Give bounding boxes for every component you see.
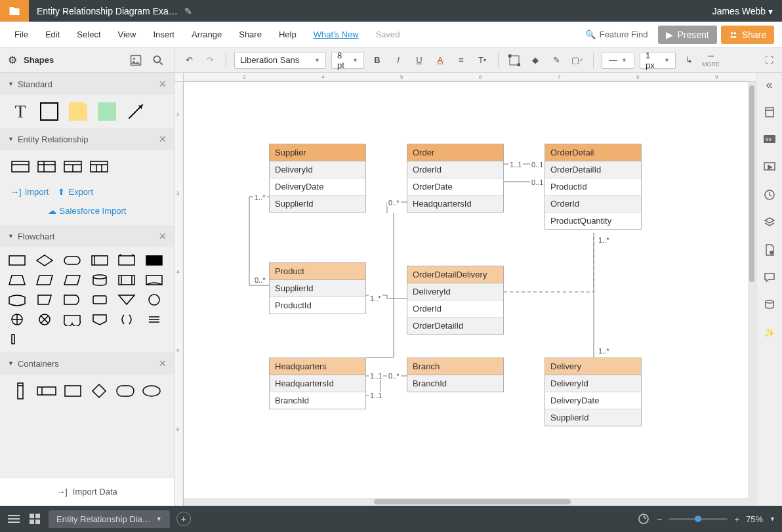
shape-er-3[interactable] (63, 157, 83, 176)
flowchart-shape-20[interactable] (63, 313, 81, 326)
shape-fill[interactable] (97, 102, 117, 121)
chat-icon[interactable] (762, 270, 777, 285)
menu-help[interactable]: Help (272, 26, 303, 43)
panel-er-header[interactable]: ▼Entity Relationship× (0, 128, 174, 150)
shape-text[interactable]: T (10, 102, 30, 121)
entity-field[interactable]: DeliveryId (407, 283, 503, 300)
entity-supplier[interactable]: SupplierDeliveryIdDeliveryDateSupplierId (269, 144, 366, 213)
entity-header[interactable]: Delivery (545, 358, 641, 375)
entity-field[interactable]: OrderDetailId (545, 161, 641, 178)
flowchart-shape-14[interactable] (63, 293, 81, 306)
vertical-scrollbar[interactable] (748, 82, 756, 498)
entity-field[interactable]: BranchId (270, 392, 365, 409)
entity-field[interactable]: OrderId (545, 195, 641, 213)
menu-insert[interactable]: Insert (146, 26, 181, 43)
close-icon[interactable]: × (159, 230, 166, 243)
salesforce-import-link[interactable]: ☁ Salesforce Import (10, 206, 163, 216)
zoom-level[interactable]: 75% (746, 514, 763, 524)
rename-icon[interactable]: ✎ (184, 6, 192, 16)
shape-container-1[interactable] (10, 381, 30, 401)
entity-header[interactable]: OrderDetail (545, 144, 641, 161)
document-title[interactable]: Entity Relationship Diagram Exa… (37, 6, 178, 16)
shape-container-2[interactable] (37, 381, 56, 401)
entity-field[interactable]: OrderId (407, 161, 503, 178)
grid-view-icon[interactable] (28, 512, 42, 526)
layers-icon[interactable] (762, 215, 777, 230)
shape-arrow[interactable] (126, 102, 146, 121)
shape-container-4[interactable] (89, 381, 109, 401)
italic-icon[interactable]: I (390, 52, 406, 68)
entity-header[interactable]: Branch (407, 358, 503, 375)
line-path-icon[interactable]: ↳ (681, 52, 697, 68)
flowchart-shape-7[interactable] (35, 274, 54, 287)
shape-container-5[interactable] (115, 381, 135, 401)
share-button[interactable]: Share (721, 26, 774, 44)
zoom-out-icon[interactable]: − (657, 514, 663, 524)
flowchart-shape-19[interactable] (35, 313, 54, 326)
import-data-button[interactable]: →] Import Data (0, 477, 174, 506)
comments-icon[interactable]: 99 (762, 132, 777, 148)
menu-share[interactable]: Share (232, 26, 268, 43)
shapes-settings-icon[interactable]: ⚙ (8, 54, 17, 66)
close-icon[interactable]: × (159, 133, 166, 146)
entity-delivery[interactable]: DeliveryDeliveryIdDeliveryDateSupplierId (545, 358, 642, 426)
search-icon[interactable] (150, 52, 166, 68)
flowchart-shape-13[interactable] (35, 293, 54, 306)
entity-odd[interactable]: OrderDetailDeliveryDeliveryIdOrderIdOrde… (407, 266, 504, 335)
entity-field[interactable]: ProductId (545, 178, 641, 195)
page-thumbnails-icon[interactable] (762, 104, 777, 120)
flowchart-shape-16[interactable] (117, 293, 136, 306)
entity-field[interactable]: SupplierId (270, 280, 365, 297)
shape-bounds-icon[interactable] (506, 52, 522, 68)
user-menu[interactable]: James Webb ▾ (703, 6, 782, 16)
entity-field[interactable]: DeliveryDate (545, 392, 641, 409)
line-style-select[interactable]: —▼ (602, 52, 634, 69)
close-icon[interactable]: × (159, 77, 166, 91)
text-options-icon[interactable]: T▾ (474, 52, 490, 68)
line-color-icon[interactable]: ✎ (548, 52, 564, 68)
panel-flowchart-header[interactable]: ▼Flowchart× (0, 225, 174, 247)
entity-branch[interactable]: BranchBranchId (407, 358, 504, 392)
flowchart-shape-22[interactable] (117, 313, 136, 326)
entity-field[interactable]: DeliveryId (270, 161, 365, 178)
menu-view[interactable]: View (112, 26, 143, 43)
entity-field[interactable]: OrderId (407, 300, 503, 317)
fullscreen-icon[interactable]: ⛶ (761, 52, 777, 68)
zoom-slider[interactable] (669, 518, 728, 520)
shape-container-3[interactable] (63, 381, 83, 401)
panel-standard-header[interactable]: ▼Standard× (0, 73, 174, 95)
list-view-icon[interactable] (7, 512, 21, 526)
collapse-right-icon[interactable]: « (762, 77, 777, 92)
font-select[interactable]: Liberation Sans▼ (234, 52, 326, 69)
shape-er-2[interactable] (37, 157, 56, 176)
entity-header[interactable]: Supplier (270, 144, 365, 161)
fill-icon[interactable]: ◆ (527, 52, 543, 68)
entity-header[interactable]: Product (270, 263, 365, 280)
flowchart-shape-17[interactable] (145, 293, 163, 306)
import-link[interactable]: →] Import (10, 187, 49, 197)
flowchart-shape-10[interactable] (117, 274, 136, 287)
menu-edit[interactable]: Edit (39, 26, 66, 43)
image-icon[interactable] (128, 52, 144, 68)
redo-icon[interactable]: ↷ (202, 52, 218, 68)
font-size-select[interactable]: 8 pt▼ (331, 52, 364, 69)
panel-containers-header[interactable]: ▼Containers× (0, 352, 174, 375)
entity-field[interactable]: OrderDetailId (407, 317, 503, 334)
entity-header[interactable]: Order (407, 144, 503, 161)
export-link[interactable]: ⬆ Export (58, 187, 93, 197)
entity-field[interactable]: HeadquartersId (270, 375, 365, 392)
flowchart-shape-11[interactable] (145, 274, 163, 287)
flowchart-shape-21[interactable] (91, 313, 109, 326)
zoom-in-icon[interactable]: + (734, 514, 739, 524)
bold-icon[interactable]: B (369, 52, 385, 68)
shape-er-1[interactable] (10, 157, 30, 176)
flowchart-shape-8[interactable] (63, 274, 81, 287)
flowchart-shape-2[interactable] (63, 254, 81, 267)
shape-note[interactable] (68, 102, 88, 121)
database-icon[interactable] (762, 297, 777, 313)
flowchart-shape-6[interactable] (8, 274, 26, 287)
menu-file[interactable]: File (8, 26, 35, 43)
menu-whats-new[interactable]: What's New (307, 26, 365, 43)
entity-header[interactable]: Headquarters (270, 358, 365, 375)
entity-hq[interactable]: HeadquartersHeadquartersIdBranchId (269, 358, 366, 409)
